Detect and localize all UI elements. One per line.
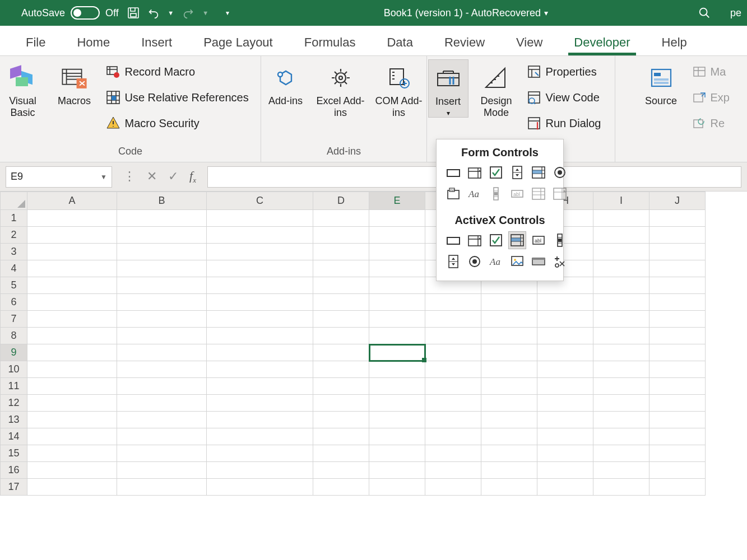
cell[interactable] (27, 260, 117, 277)
cell[interactable] (649, 227, 706, 244)
cell[interactable] (313, 260, 369, 277)
cell[interactable] (117, 227, 207, 244)
cell[interactable] (27, 244, 117, 260)
cell[interactable] (593, 462, 649, 479)
activex-control-check-box-icon[interactable] (487, 231, 505, 249)
cell[interactable] (425, 328, 481, 344)
row-header[interactable]: 5 (1, 277, 27, 294)
cell[interactable] (369, 361, 425, 378)
cell[interactable] (27, 445, 117, 462)
cell[interactable] (369, 260, 425, 277)
cell[interactable] (369, 445, 425, 462)
row-header[interactable]: 6 (1, 294, 27, 311)
chevron-down-icon[interactable]: ▼ (100, 173, 107, 181)
cell[interactable] (313, 210, 369, 227)
form-control-option-button-icon[interactable] (551, 164, 569, 181)
form-control-group-box-icon[interactable]: xyz (444, 185, 462, 203)
cell[interactable] (117, 311, 207, 328)
cell[interactable] (313, 479, 369, 496)
save-icon[interactable] (127, 6, 140, 20)
expansion-packs-button[interactable]: Exp (690, 87, 724, 108)
cell[interactable] (593, 311, 649, 328)
tab-formulas[interactable]: Formulas (289, 35, 372, 55)
cell[interactable] (27, 328, 117, 344)
row-header[interactable]: 8 (1, 328, 27, 344)
cell[interactable] (593, 378, 649, 395)
cell[interactable] (207, 294, 313, 311)
cell[interactable] (369, 412, 425, 428)
cell[interactable] (537, 479, 593, 496)
cell[interactable] (537, 412, 593, 428)
column-header[interactable]: I (593, 192, 649, 210)
cell[interactable] (481, 378, 537, 395)
cell[interactable] (537, 428, 593, 445)
cell[interactable] (27, 428, 117, 445)
cell[interactable] (649, 428, 706, 445)
column-header[interactable]: E (369, 192, 425, 210)
cell[interactable] (369, 479, 425, 496)
cell[interactable] (369, 210, 425, 227)
cell[interactable] (207, 428, 313, 445)
cell[interactable] (649, 378, 706, 395)
activex-control-text-box-icon[interactable]: abl (530, 231, 548, 249)
tab-home[interactable]: Home (61, 35, 126, 55)
cell[interactable] (425, 445, 481, 462)
cell[interactable] (481, 311, 537, 328)
cell[interactable] (117, 294, 207, 311)
cell[interactable] (117, 395, 207, 412)
cell[interactable] (593, 328, 649, 344)
cell[interactable] (313, 227, 369, 244)
tab-file[interactable]: File (10, 35, 61, 55)
row-header[interactable]: 11 (1, 378, 27, 395)
cell[interactable] (207, 462, 313, 479)
cell[interactable] (27, 462, 117, 479)
cell[interactable] (207, 277, 313, 294)
excel-addins-button[interactable]: Excel Add-ins (315, 59, 366, 118)
cell[interactable] (313, 277, 369, 294)
fx-icon[interactable]: fx (189, 169, 196, 185)
cell[interactable] (369, 227, 425, 244)
activex-control-more-controls-icon[interactable] (551, 253, 569, 270)
undo-icon[interactable] (147, 6, 160, 20)
row-header[interactable]: 7 (1, 311, 27, 328)
cell[interactable] (117, 277, 207, 294)
cell[interactable] (27, 277, 117, 294)
design-mode-button[interactable]: Design Mode (475, 59, 518, 118)
activex-control-command-button-icon[interactable] (444, 231, 462, 249)
cell[interactable] (207, 361, 313, 378)
com-addins-button[interactable]: COM Add-ins (373, 59, 425, 118)
cell[interactable] (537, 344, 593, 361)
form-control-list-box-icon[interactable] (530, 164, 548, 181)
cell[interactable] (593, 294, 649, 311)
cell[interactable] (593, 227, 649, 244)
form-control-check-box-icon[interactable] (487, 164, 505, 181)
cell[interactable] (481, 428, 537, 445)
row-header[interactable]: 4 (1, 260, 27, 277)
cell[interactable] (117, 210, 207, 227)
cell[interactable] (369, 294, 425, 311)
record-macro-button[interactable]: Record Macro (104, 62, 261, 82)
cell[interactable] (649, 277, 706, 294)
cell[interactable] (481, 462, 537, 479)
cell[interactable] (313, 412, 369, 428)
cancel-icon[interactable]: ✕ (147, 169, 157, 184)
cell[interactable] (593, 344, 649, 361)
cell[interactable] (425, 412, 481, 428)
macros-button[interactable]: Macros (52, 59, 97, 107)
more-icon[interactable]: ⋮ (123, 169, 136, 184)
cell[interactable] (27, 412, 117, 428)
cell[interactable] (369, 244, 425, 260)
cell[interactable] (649, 311, 706, 328)
cell[interactable] (313, 244, 369, 260)
cell[interactable] (369, 277, 425, 294)
cell[interactable] (593, 479, 649, 496)
cell[interactable] (207, 244, 313, 260)
activex-control-label-icon[interactable]: Aa (487, 253, 505, 270)
chevron-down-icon[interactable]: ▼ (202, 6, 210, 20)
row-header[interactable]: 10 (1, 361, 27, 378)
chevron-down-icon[interactable]: ▼ (167, 6, 175, 20)
cell[interactable] (537, 294, 593, 311)
cell[interactable] (593, 244, 649, 260)
cell[interactable] (481, 479, 537, 496)
cell[interactable] (313, 344, 369, 361)
